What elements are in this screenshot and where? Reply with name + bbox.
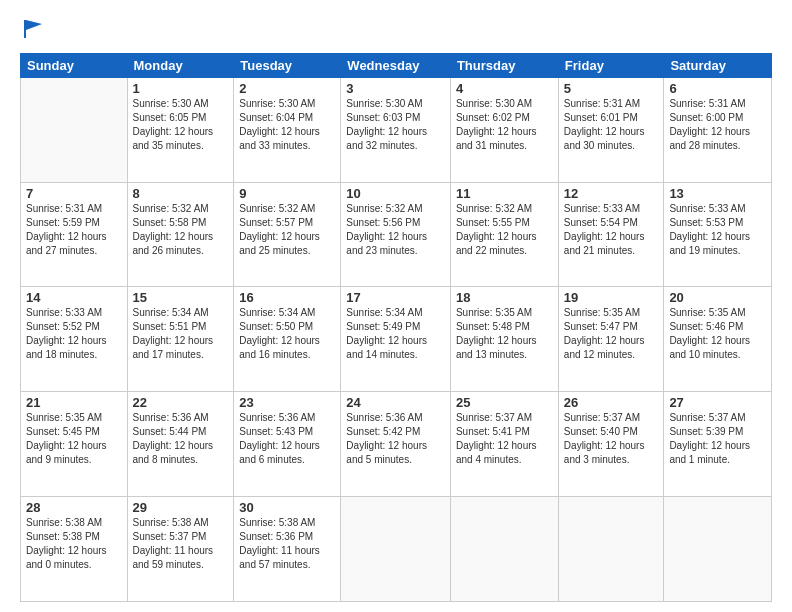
calendar-cell: 28Sunrise: 5:38 AM Sunset: 5:38 PM Dayli…: [21, 497, 128, 602]
cell-text: Sunrise: 5:36 AM Sunset: 5:42 PM Dayligh…: [346, 411, 445, 467]
day-number: 25: [456, 395, 553, 410]
weekday-saturday: Saturday: [664, 53, 772, 77]
cell-text: Sunrise: 5:32 AM Sunset: 5:55 PM Dayligh…: [456, 202, 553, 258]
cell-text: Sunrise: 5:34 AM Sunset: 5:51 PM Dayligh…: [133, 306, 229, 362]
day-number: 18: [456, 290, 553, 305]
day-number: 19: [564, 290, 659, 305]
weekday-monday: Monday: [127, 53, 234, 77]
logo-flag-icon: [22, 18, 44, 40]
cell-text: Sunrise: 5:31 AM Sunset: 6:01 PM Dayligh…: [564, 97, 659, 153]
day-number: 3: [346, 81, 445, 96]
cell-text: Sunrise: 5:35 AM Sunset: 5:48 PM Dayligh…: [456, 306, 553, 362]
day-number: 22: [133, 395, 229, 410]
weekday-header-row: SundayMondayTuesdayWednesdayThursdayFrid…: [21, 53, 772, 77]
calendar-cell: 18Sunrise: 5:35 AM Sunset: 5:48 PM Dayli…: [450, 287, 558, 392]
day-number: 1: [133, 81, 229, 96]
day-number: 10: [346, 186, 445, 201]
calendar-cell: 16Sunrise: 5:34 AM Sunset: 5:50 PM Dayli…: [234, 287, 341, 392]
weekday-sunday: Sunday: [21, 53, 128, 77]
day-number: 23: [239, 395, 335, 410]
header: [20, 18, 772, 45]
day-number: 13: [669, 186, 766, 201]
day-number: 8: [133, 186, 229, 201]
cell-text: Sunrise: 5:34 AM Sunset: 5:49 PM Dayligh…: [346, 306, 445, 362]
weekday-wednesday: Wednesday: [341, 53, 451, 77]
cell-text: Sunrise: 5:32 AM Sunset: 5:56 PM Dayligh…: [346, 202, 445, 258]
cell-text: Sunrise: 5:30 AM Sunset: 6:04 PM Dayligh…: [239, 97, 335, 153]
page: SundayMondayTuesdayWednesdayThursdayFrid…: [0, 0, 792, 612]
calendar-cell: 6Sunrise: 5:31 AM Sunset: 6:00 PM Daylig…: [664, 77, 772, 182]
cell-text: Sunrise: 5:33 AM Sunset: 5:54 PM Dayligh…: [564, 202, 659, 258]
calendar-table: SundayMondayTuesdayWednesdayThursdayFrid…: [20, 53, 772, 602]
week-row-3: 14Sunrise: 5:33 AM Sunset: 5:52 PM Dayli…: [21, 287, 772, 392]
day-number: 16: [239, 290, 335, 305]
cell-text: Sunrise: 5:34 AM Sunset: 5:50 PM Dayligh…: [239, 306, 335, 362]
day-number: 17: [346, 290, 445, 305]
day-number: 20: [669, 290, 766, 305]
weekday-tuesday: Tuesday: [234, 53, 341, 77]
cell-text: Sunrise: 5:32 AM Sunset: 5:58 PM Dayligh…: [133, 202, 229, 258]
day-number: 12: [564, 186, 659, 201]
day-number: 27: [669, 395, 766, 410]
day-number: 29: [133, 500, 229, 515]
calendar-cell: 17Sunrise: 5:34 AM Sunset: 5:49 PM Dayli…: [341, 287, 451, 392]
calendar-cell: [558, 497, 664, 602]
calendar-cell: [21, 77, 128, 182]
week-row-5: 28Sunrise: 5:38 AM Sunset: 5:38 PM Dayli…: [21, 497, 772, 602]
cell-text: Sunrise: 5:31 AM Sunset: 6:00 PM Dayligh…: [669, 97, 766, 153]
calendar-cell: 21Sunrise: 5:35 AM Sunset: 5:45 PM Dayli…: [21, 392, 128, 497]
calendar-cell: 5Sunrise: 5:31 AM Sunset: 6:01 PM Daylig…: [558, 77, 664, 182]
calendar-cell: 22Sunrise: 5:36 AM Sunset: 5:44 PM Dayli…: [127, 392, 234, 497]
calendar-cell: 30Sunrise: 5:38 AM Sunset: 5:36 PM Dayli…: [234, 497, 341, 602]
cell-text: Sunrise: 5:33 AM Sunset: 5:53 PM Dayligh…: [669, 202, 766, 258]
calendar-cell: 4Sunrise: 5:30 AM Sunset: 6:02 PM Daylig…: [450, 77, 558, 182]
logo: [20, 18, 44, 45]
week-row-2: 7Sunrise: 5:31 AM Sunset: 5:59 PM Daylig…: [21, 182, 772, 287]
calendar-cell: 13Sunrise: 5:33 AM Sunset: 5:53 PM Dayli…: [664, 182, 772, 287]
calendar-cell: 12Sunrise: 5:33 AM Sunset: 5:54 PM Dayli…: [558, 182, 664, 287]
cell-text: Sunrise: 5:38 AM Sunset: 5:37 PM Dayligh…: [133, 516, 229, 572]
calendar-cell: 23Sunrise: 5:36 AM Sunset: 5:43 PM Dayli…: [234, 392, 341, 497]
cell-text: Sunrise: 5:37 AM Sunset: 5:40 PM Dayligh…: [564, 411, 659, 467]
calendar-cell: 29Sunrise: 5:38 AM Sunset: 5:37 PM Dayli…: [127, 497, 234, 602]
calendar-cell: 27Sunrise: 5:37 AM Sunset: 5:39 PM Dayli…: [664, 392, 772, 497]
day-number: 6: [669, 81, 766, 96]
cell-text: Sunrise: 5:31 AM Sunset: 5:59 PM Dayligh…: [26, 202, 122, 258]
day-number: 28: [26, 500, 122, 515]
day-number: 2: [239, 81, 335, 96]
cell-text: Sunrise: 5:33 AM Sunset: 5:52 PM Dayligh…: [26, 306, 122, 362]
weekday-thursday: Thursday: [450, 53, 558, 77]
day-number: 24: [346, 395, 445, 410]
calendar-cell: 1Sunrise: 5:30 AM Sunset: 6:05 PM Daylig…: [127, 77, 234, 182]
calendar-cell: 24Sunrise: 5:36 AM Sunset: 5:42 PM Dayli…: [341, 392, 451, 497]
cell-text: Sunrise: 5:30 AM Sunset: 6:03 PM Dayligh…: [346, 97, 445, 153]
calendar-cell: 11Sunrise: 5:32 AM Sunset: 5:55 PM Dayli…: [450, 182, 558, 287]
day-number: 30: [239, 500, 335, 515]
calendar-cell: 19Sunrise: 5:35 AM Sunset: 5:47 PM Dayli…: [558, 287, 664, 392]
calendar-cell: 15Sunrise: 5:34 AM Sunset: 5:51 PM Dayli…: [127, 287, 234, 392]
calendar-cell: 10Sunrise: 5:32 AM Sunset: 5:56 PM Dayli…: [341, 182, 451, 287]
calendar-cell: [341, 497, 451, 602]
week-row-1: 1Sunrise: 5:30 AM Sunset: 6:05 PM Daylig…: [21, 77, 772, 182]
calendar-cell: 2Sunrise: 5:30 AM Sunset: 6:04 PM Daylig…: [234, 77, 341, 182]
calendar-cell: 25Sunrise: 5:37 AM Sunset: 5:41 PM Dayli…: [450, 392, 558, 497]
calendar-cell: 14Sunrise: 5:33 AM Sunset: 5:52 PM Dayli…: [21, 287, 128, 392]
cell-text: Sunrise: 5:32 AM Sunset: 5:57 PM Dayligh…: [239, 202, 335, 258]
calendar-cell: [664, 497, 772, 602]
day-number: 11: [456, 186, 553, 201]
day-number: 7: [26, 186, 122, 201]
calendar-cell: [450, 497, 558, 602]
week-row-4: 21Sunrise: 5:35 AM Sunset: 5:45 PM Dayli…: [21, 392, 772, 497]
day-number: 4: [456, 81, 553, 96]
cell-text: Sunrise: 5:37 AM Sunset: 5:41 PM Dayligh…: [456, 411, 553, 467]
svg-marker-0: [24, 20, 42, 38]
cell-text: Sunrise: 5:35 AM Sunset: 5:47 PM Dayligh…: [564, 306, 659, 362]
calendar-cell: 3Sunrise: 5:30 AM Sunset: 6:03 PM Daylig…: [341, 77, 451, 182]
cell-text: Sunrise: 5:35 AM Sunset: 5:45 PM Dayligh…: [26, 411, 122, 467]
cell-text: Sunrise: 5:37 AM Sunset: 5:39 PM Dayligh…: [669, 411, 766, 467]
day-number: 5: [564, 81, 659, 96]
day-number: 14: [26, 290, 122, 305]
calendar-cell: 20Sunrise: 5:35 AM Sunset: 5:46 PM Dayli…: [664, 287, 772, 392]
day-number: 9: [239, 186, 335, 201]
calendar-cell: 9Sunrise: 5:32 AM Sunset: 5:57 PM Daylig…: [234, 182, 341, 287]
